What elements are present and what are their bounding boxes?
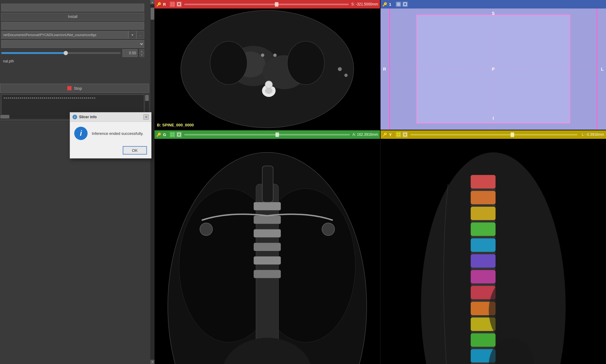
- svg-rect-40: [254, 216, 281, 224]
- svg-rect-42: [254, 243, 281, 251]
- log-hscroll-thumb[interactable]: [0, 115, 9, 119]
- svg-rect-2: [171, 5, 172, 6]
- left-scrollbar[interactable]: ▲ ▼: [150, 0, 155, 364]
- slider-thumb-tl: [275, 2, 278, 7]
- box-icon-tr[interactable]: [402, 2, 408, 7]
- stop-button[interactable]: Stop: [0, 84, 149, 93]
- path-dropdown-button[interactable]: ▼: [128, 31, 136, 39]
- svg-rect-23: [404, 3, 407, 6]
- svg-point-18: [345, 74, 348, 77]
- svg-point-92: [489, 275, 543, 347]
- svg-rect-61: [471, 238, 495, 252]
- scroll-thumb[interactable]: [151, 8, 154, 20]
- svg-rect-4: [178, 3, 181, 6]
- dialog-body: i Inference ended successfully.: [70, 122, 151, 144]
- ct-sagittal-svg: [381, 139, 606, 364]
- slicer-info-dialog: i Slicer info ✕ i Inference ended succes…: [70, 112, 152, 159]
- svg-rect-75: [471, 189, 495, 191]
- text-input-2[interactable]: [1, 22, 144, 30]
- toolbar-label-br: Y: [389, 132, 395, 137]
- slider-track[interactable]: [1, 52, 121, 54]
- viewer-top-left: 🔑 R S: -321.5000mm: [155, 0, 381, 130]
- toolbar-bottom-left: 🔑 G A: 162.3916mm: [155, 130, 380, 139]
- dialog-message: Inference ended successfully.: [92, 131, 143, 136]
- viewer-content-bl[interactable]: B: SPINE_000_0000: [155, 139, 380, 364]
- svg-rect-3: [173, 5, 174, 6]
- dialog-info-icon: i: [74, 127, 88, 140]
- path-input[interactable]: [1, 31, 128, 39]
- filename-display: nal.pth: [1, 58, 144, 64]
- svg-rect-0: [171, 2, 172, 4]
- svg-rect-59: [471, 207, 495, 220]
- scroll-track: [150, 4, 155, 360]
- svg-rect-45: [262, 166, 273, 202]
- orientation-p: P: [492, 67, 494, 72]
- log-vscroll-thumb[interactable]: [145, 95, 149, 101]
- box-icon-br[interactable]: [402, 132, 408, 137]
- dialog-titlebar: i Slicer info ✕: [70, 112, 151, 122]
- svg-point-15: [261, 54, 264, 57]
- dialog-title-text: Slicer info: [79, 115, 142, 119]
- install-button[interactable]: Install: [1, 13, 144, 21]
- box-icon-bl[interactable]: [176, 132, 182, 137]
- toolbar-label-tl: R: [163, 2, 168, 7]
- viewer-row-bottom: 🔑 G A: 162.3916mm: [155, 130, 606, 364]
- slider-br[interactable]: [410, 134, 578, 135]
- orientation-s: S: [492, 11, 494, 16]
- orientation-l: L: [601, 67, 604, 72]
- svg-rect-30: [173, 133, 174, 134]
- viewer-bottom-left: 🔑 G A: 162.3916mm: [155, 130, 381, 364]
- spinner-up[interactable]: ▲: [139, 49, 144, 53]
- dialog-footer: OK: [70, 144, 151, 158]
- svg-rect-53: [399, 135, 400, 136]
- overlay-label-tl: B: SPINE_000_0000: [157, 123, 194, 127]
- svg-rect-31: [171, 135, 172, 136]
- grid-icon-tl[interactable]: [170, 2, 175, 7]
- path-row: ▼ ...: [1, 31, 144, 39]
- spinner-down[interactable]: ▼: [139, 53, 144, 57]
- svg-rect-62: [471, 254, 495, 268]
- dialog-close-button[interactable]: ✕: [143, 114, 149, 120]
- scroll-down-arrow[interactable]: ▼: [150, 360, 155, 364]
- grid-icon-bl[interactable]: [170, 132, 175, 137]
- scroll-up-arrow[interactable]: ▲: [150, 0, 155, 4]
- key-icon-tr: 🔑: [382, 2, 387, 7]
- viewer-top-right: 🔑 1: [381, 0, 606, 130]
- slider-thumb[interactable]: [64, 51, 68, 55]
- svg-rect-79: [471, 252, 495, 254]
- svg-text:i: i: [75, 115, 75, 119]
- log-vscroll[interactable]: [145, 95, 149, 115]
- combo-select[interactable]: [1, 40, 144, 48]
- svg-rect-81: [471, 283, 495, 286]
- text-input-1[interactable]: [1, 4, 144, 12]
- toolbar-value-br: L: -0.3916mm: [580, 132, 604, 137]
- stop-icon: [67, 86, 72, 90]
- viewer-content-tr[interactable]: S I R L P: [381, 8, 606, 130]
- viewer-content-br[interactable]: B: SPINE_000_0000: [381, 139, 606, 364]
- slider-value: 0.50: [122, 49, 138, 57]
- dialog-ok-button[interactable]: OK: [123, 146, 147, 155]
- box-icon-tl[interactable]: [176, 2, 182, 7]
- svg-rect-58: [471, 191, 495, 205]
- svg-rect-21: [397, 5, 398, 6]
- svg-rect-32: [173, 135, 174, 136]
- slider-tl[interactable]: [184, 4, 349, 5]
- right-panel: 🔑 R S: -321.5000mm: [155, 0, 606, 364]
- svg-rect-63: [471, 270, 495, 284]
- combo-row: [1, 40, 144, 48]
- input-row-1: [1, 4, 144, 12]
- toolbar-bottom-right: 🔑 Y L: -0.3916mm: [381, 130, 606, 139]
- slider-thumb-bl: [275, 132, 279, 137]
- svg-rect-84: [471, 331, 495, 333]
- svg-point-46: [200, 223, 213, 236]
- viewer-content-tl[interactable]: B: SPINE_000_0000: [155, 8, 380, 130]
- grid-icon-br[interactable]: [396, 132, 401, 137]
- spacer: [0, 65, 149, 84]
- orientation-i: I: [493, 116, 494, 121]
- svg-rect-22: [399, 5, 400, 6]
- slider-bl[interactable]: [184, 134, 350, 135]
- svg-rect-50: [397, 133, 398, 134]
- grid-icon-tr[interactable]: [396, 2, 401, 7]
- path-browse-button[interactable]: ...: [136, 31, 144, 39]
- left-panel: ▲ ▼ Install: [0, 0, 155, 364]
